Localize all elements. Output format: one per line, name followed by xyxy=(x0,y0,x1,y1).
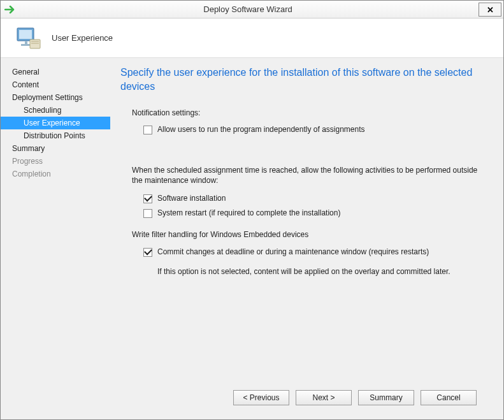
checkbox-system-restart-label: System restart (if required to complete … xyxy=(157,208,340,217)
checkbox-system-restart[interactable] xyxy=(143,209,152,218)
checkbox-allow-users[interactable] xyxy=(143,126,152,134)
window-title: Deploy Software Wizard xyxy=(17,4,479,14)
header-band: User Experience xyxy=(1,18,503,58)
svg-rect-1 xyxy=(19,30,32,39)
sidebar-item-content[interactable]: Content xyxy=(1,78,110,91)
titlebar: Deploy Software Wizard ✕ xyxy=(1,1,503,18)
checkbox-software-install-label: Software installation xyxy=(157,194,226,203)
sidebar-item-user-experience[interactable]: User Experience xyxy=(1,117,110,129)
notification-settings-label: Notification settings: xyxy=(132,108,489,117)
sidebar-item-completion[interactable]: Completion xyxy=(1,168,110,180)
commit-note: If this option is not selected, content … xyxy=(120,267,489,276)
checkbox-row-system-restart: System restart (if required to complete … xyxy=(120,208,489,218)
previous-button[interactable]: < Previous xyxy=(233,390,289,405)
svg-rect-2 xyxy=(25,41,27,44)
sidebar-item-scheduling[interactable]: Scheduling xyxy=(1,104,110,117)
svg-rect-5 xyxy=(31,41,39,42)
close-button[interactable]: ✕ xyxy=(479,3,501,17)
sidebar-item-general[interactable]: General xyxy=(1,66,110,78)
next-button[interactable]: Next > xyxy=(296,390,352,405)
computer-icon xyxy=(15,24,43,52)
checkbox-allow-users-label: Allow users to run the program independe… xyxy=(157,125,365,134)
sidebar: GeneralContentDeployment SettingsSchedul… xyxy=(1,58,110,419)
content-heading: Specify the user experience for the inst… xyxy=(120,66,489,93)
close-icon: ✕ xyxy=(487,5,494,15)
sidebar-item-deployment-settings[interactable]: Deployment Settings xyxy=(1,91,110,104)
content-pane: Specify the user experience for the inst… xyxy=(110,58,503,419)
checkbox-software-install[interactable] xyxy=(143,194,152,203)
forward-arrow-icon xyxy=(3,4,17,15)
checkbox-commit-changes[interactable] xyxy=(143,248,152,257)
checkbox-row-software-install: Software installation xyxy=(120,194,489,203)
write-filter-label: Write filter handling for Windows Embedd… xyxy=(120,229,489,240)
sidebar-item-summary[interactable]: Summary xyxy=(1,142,110,155)
wizard-window: Deploy Software Wizard ✕ User Experience… xyxy=(0,0,504,420)
checkbox-row-allow-users: Allow users to run the program independe… xyxy=(120,125,489,134)
svg-rect-6 xyxy=(31,43,39,44)
checkbox-commit-changes-label: Commit changes at deadline or during a m… xyxy=(157,247,429,256)
cancel-button[interactable]: Cancel xyxy=(421,390,477,405)
page-title: User Experience xyxy=(52,33,113,43)
maintenance-window-text: When the scheduled assignment time is re… xyxy=(120,165,489,185)
sidebar-item-progress[interactable]: Progress xyxy=(1,155,110,168)
sidebar-item-distribution-points[interactable]: Distribution Points xyxy=(1,129,110,142)
footer-buttons: < Previous Next > Summary Cancel xyxy=(120,382,489,413)
wizard-body: GeneralContentDeployment SettingsSchedul… xyxy=(1,58,503,419)
checkbox-row-commit-changes: Commit changes at deadline or during a m… xyxy=(120,247,489,257)
summary-button[interactable]: Summary xyxy=(358,390,414,405)
